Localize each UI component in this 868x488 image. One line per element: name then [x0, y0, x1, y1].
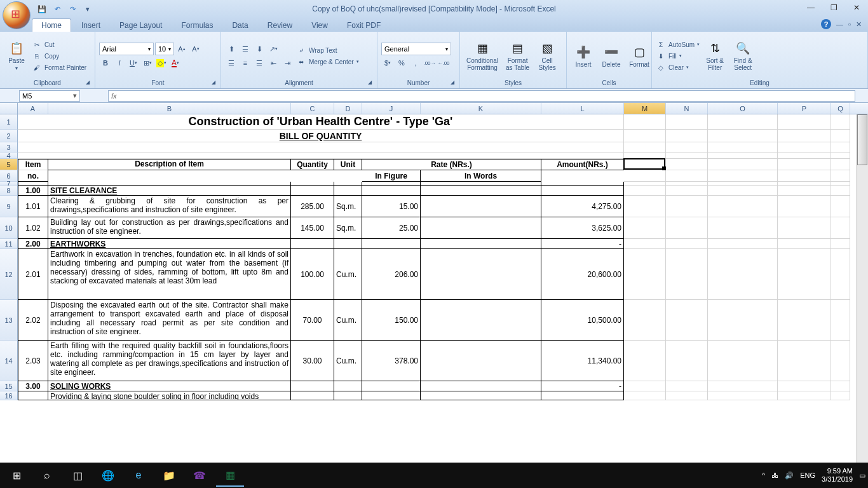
cell[interactable]: 1.01 [18, 196, 48, 217]
cell[interactable] [666, 130, 708, 142]
vertical-scrollbar[interactable] [857, 114, 868, 468]
cell[interactable] [778, 391, 831, 400]
cell[interactable]: 378.00 [362, 341, 421, 381]
cut-button[interactable]: ✂Cut [32, 39, 86, 50]
cell[interactable]: 145.00 [291, 217, 334, 239]
tab-insert[interactable]: Insert [72, 19, 109, 32]
grow-font-button[interactable]: A▴ [175, 43, 188, 55]
row-header-11[interactable]: 11 [0, 239, 18, 249]
cell[interactable] [831, 186, 850, 196]
shrink-font-button[interactable]: A▾ [189, 43, 202, 55]
cell[interactable] [624, 186, 666, 196]
cell[interactable]: 10,500.00 [541, 300, 624, 341]
cell[interactable] [666, 239, 708, 249]
column-header-m[interactable]: M [624, 103, 666, 114]
search-button[interactable]: ⌕ [33, 464, 61, 487]
cell[interactable]: Earth filling with the required quality … [48, 341, 291, 381]
cell[interactable] [666, 186, 708, 196]
cell[interactable] [831, 300, 850, 341]
cell[interactable] [624, 159, 666, 170]
cell[interactable] [624, 196, 666, 217]
excel-icon[interactable]: ▦ [216, 464, 244, 487]
cell[interactable] [778, 114, 831, 130]
tab-page-layout[interactable]: Page Layout [111, 19, 171, 32]
ribbon-minimize-icon[interactable]: — [836, 20, 843, 28]
cell[interactable]: 206.00 [362, 249, 421, 300]
border-button[interactable]: ⊞▾ [141, 57, 154, 69]
cell[interactable] [624, 239, 666, 249]
cell[interactable] [708, 381, 778, 391]
cell[interactable] [831, 381, 850, 391]
tab-foxit-pdf[interactable]: Foxit PDF [338, 19, 390, 32]
cell[interactable] [778, 239, 831, 249]
paste-button[interactable]: 📋 Paste ▾ [4, 39, 29, 72]
row-header-16[interactable]: 16 [0, 391, 18, 400]
cell[interactable] [666, 170, 708, 182]
cell[interactable]: Cu.m. [334, 249, 362, 300]
cell[interactable]: Sq.m. [334, 196, 362, 217]
cell[interactable] [624, 114, 666, 130]
currency-button[interactable]: $▾ [381, 57, 394, 69]
fill-color-button[interactable]: ◇▾ [155, 57, 168, 69]
cell[interactable] [778, 196, 831, 217]
cell[interactable] [624, 381, 666, 391]
orientation-button[interactable]: ↗▾ [267, 43, 280, 55]
underline-button[interactable]: U▾ [127, 57, 140, 69]
cell[interactable] [291, 239, 334, 249]
tab-home[interactable]: Home [32, 18, 71, 32]
minimize-button[interactable]: — [803, 1, 818, 14]
delete-cells-button[interactable]: ➖Delete [599, 43, 624, 69]
cell[interactable] [334, 239, 362, 249]
insert-cells-button[interactable]: ➕Insert [571, 43, 596, 69]
cell[interactable] [708, 300, 778, 341]
tab-review[interactable]: Review [259, 19, 301, 32]
cell[interactable]: In Words [421, 170, 541, 182]
increase-indent-button[interactable]: ⇥ [281, 57, 294, 69]
cell[interactable]: Sq.m. [334, 217, 362, 239]
formula-input[interactable]: fx [108, 90, 855, 102]
cell[interactable] [708, 170, 778, 182]
cell[interactable] [831, 249, 850, 300]
cell[interactable] [831, 341, 850, 381]
cell[interactable] [778, 142, 831, 152]
cell[interactable] [362, 391, 421, 400]
cell[interactable] [708, 186, 778, 196]
scrollbar-thumb[interactable] [857, 114, 867, 165]
cell[interactable] [831, 114, 850, 130]
cell-styles-button[interactable]: ▧Cell Styles [534, 39, 560, 72]
cell[interactable]: Unit [334, 159, 362, 170]
cell[interactable]: Disposing the excavated earth out of the… [48, 300, 291, 341]
align-middle-button[interactable]: ☰ [239, 43, 252, 55]
percent-button[interactable]: % [395, 57, 408, 69]
cell[interactable]: 3,625.00 [541, 217, 624, 239]
cell[interactable] [421, 196, 541, 217]
cell[interactable]: 30.00 [291, 341, 334, 381]
cell[interactable] [624, 300, 666, 341]
cell[interactable] [831, 217, 850, 239]
column-header-c[interactable]: C [291, 103, 334, 114]
column-header-q[interactable]: Q [831, 103, 850, 114]
italic-button[interactable]: I [113, 57, 126, 69]
number-format-combo[interactable]: General▾ [381, 43, 451, 55]
cell[interactable] [291, 186, 334, 196]
cell[interactable] [666, 217, 708, 239]
cell[interactable] [708, 391, 778, 400]
cell[interactable]: 25.00 [362, 217, 421, 239]
ribbon-restore-icon[interactable]: ▫ [848, 20, 851, 28]
cell[interactable] [666, 381, 708, 391]
cell[interactable] [291, 391, 334, 400]
cell[interactable] [291, 381, 334, 391]
cell[interactable]: EARTHWORKS [48, 239, 291, 249]
align-bottom-button[interactable]: ⬇ [253, 43, 266, 55]
cell[interactable]: 2.00 [18, 239, 48, 249]
format-painter-button[interactable]: 🖌Format Painter [32, 62, 86, 72]
cell[interactable] [624, 249, 666, 300]
cell[interactable]: SITE CLEARANCE [48, 186, 291, 196]
decrease-decimal-button[interactable]: ←.00 [437, 57, 450, 69]
cell[interactable] [666, 249, 708, 300]
column-header-d[interactable]: D [334, 103, 362, 114]
cell[interactable] [831, 239, 850, 249]
cell[interactable] [666, 159, 708, 170]
column-header-o[interactable]: O [708, 103, 778, 114]
cell[interactable] [421, 239, 541, 249]
